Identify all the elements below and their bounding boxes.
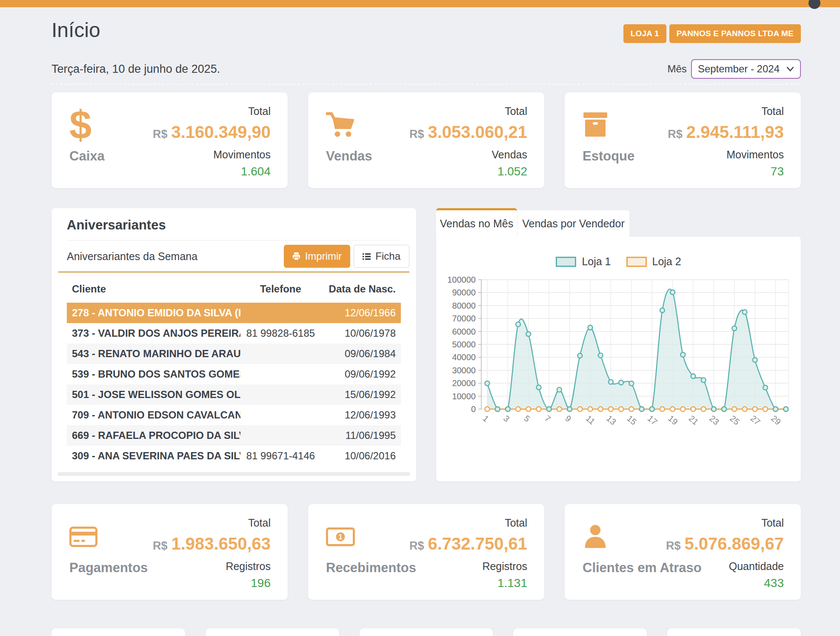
- horizontal-scrollbar[interactable]: [57, 472, 410, 476]
- card-label: Caixa: [69, 149, 105, 164]
- table-row[interactable]: 543 - RENATO MARINHO DE ARAUJO (F...09/0…: [67, 344, 401, 364]
- svg-text:13: 13: [604, 413, 617, 427]
- print-button[interactable]: Imprimir: [284, 245, 351, 268]
- client-birthdate: 09/06/1992: [321, 364, 401, 384]
- tab-vendas-no-mes[interactable]: Vendas no Mês: [436, 208, 517, 237]
- month-select-value: September - 2024: [698, 63, 780, 75]
- currency-prefix: R$: [409, 539, 424, 552]
- dashed-separator: [51, 84, 801, 85]
- count-value: 1.604: [153, 165, 271, 178]
- count-value: 433: [666, 576, 784, 590]
- client-birthdate: 12/06/1966: [321, 303, 401, 323]
- legend-item-loja1[interactable]: Loja 1: [556, 255, 611, 268]
- svg-text:70000: 70000: [452, 314, 476, 323]
- svg-text:11: 11: [584, 413, 597, 426]
- sales-chart-panel: Loja 1 Loja 2 01000020000300004000050000…: [436, 237, 801, 481]
- currency-prefix: R$: [666, 539, 681, 552]
- svg-text:7: 7: [543, 413, 552, 424]
- client-phone: [240, 405, 320, 425]
- count-label: Vendas: [409, 149, 527, 161]
- svg-text:25: 25: [728, 413, 741, 427]
- recebimentos-card: 1 Recebimentos Total R$6.732.750,61 Regi…: [308, 504, 544, 600]
- table-row[interactable]: 669 - RAFAELA PROCOPIO DA SILVA CA...11/…: [67, 425, 401, 446]
- count-value: 73: [668, 165, 784, 178]
- money-bill-icon: 1: [326, 527, 355, 546]
- svg-text:60000: 60000: [452, 327, 476, 336]
- chart-legend: Loja 1 Loja 2: [436, 255, 801, 268]
- pagamentos-card: Pagamentos Total R$1.983.650,63 Registro…: [51, 504, 288, 600]
- company-button[interactable]: PANNOS E PANNOS LTDA ME: [669, 24, 801, 43]
- header-accent-line: [58, 271, 409, 273]
- column-header-cliente: Cliente: [67, 283, 240, 303]
- table-row[interactable]: 373 - VALDIR DOS ANJOS PEREIRA (AN...81 …: [67, 323, 401, 344]
- card-label: Pagamentos: [69, 560, 148, 576]
- card-label: Recebimentos: [326, 560, 416, 576]
- table-row[interactable]: 309 - ANA SEVERINA PAES DA SILVA81 99671…: [67, 446, 401, 466]
- client-birthdate: 11/06/1995: [321, 425, 401, 446]
- card-label: Vendas: [326, 149, 372, 164]
- clientes-card: Clientes: [51, 628, 185, 636]
- currency-prefix: R$: [153, 128, 168, 140]
- usuarios-card: Usuários: [513, 628, 647, 636]
- total-label: Total: [153, 105, 271, 117]
- total-value: 5.076.869,67: [684, 534, 784, 553]
- svg-text:0: 0: [471, 404, 475, 414]
- client-phone: 81 99828-6185: [240, 323, 320, 344]
- store-button[interactable]: LOJA 1: [623, 24, 666, 43]
- count-label: Movimentos: [668, 149, 784, 161]
- svg-text:20000: 20000: [452, 378, 476, 388]
- legend-swatch-loja1: [556, 257, 576, 267]
- birthdays-title: Aniversariantes: [67, 218, 401, 241]
- total-label: Total: [153, 517, 271, 529]
- legend-item-loja2[interactable]: Loja 2: [626, 255, 681, 268]
- svg-text:1: 1: [481, 413, 491, 424]
- help-circle-button[interactable]: [809, 0, 820, 9]
- current-date: Terça-feira, 10 de junho de 2025.: [51, 63, 220, 76]
- total-value: 6.732.750,61: [428, 534, 527, 553]
- svg-text:1: 1: [338, 533, 342, 541]
- client-birthdate: 10/06/1978: [321, 323, 401, 344]
- birthdays-panel: Aniversariantes Aniversariantes da Seman…: [51, 208, 416, 481]
- client-name: 543 - RENATO MARINHO DE ARAUJO (F...: [67, 344, 240, 364]
- birthdays-subtitle: Aniversariantes da Semana: [67, 250, 197, 263]
- client-phone: [240, 384, 320, 405]
- client-name: 539 - BRUNO DOS SANTOS GOMES: [67, 364, 240, 384]
- svg-text:30000: 30000: [452, 366, 476, 375]
- client-phone: [240, 344, 320, 364]
- top-accent-bar: [0, 0, 840, 7]
- svg-text:9: 9: [563, 413, 573, 424]
- currency-prefix: R$: [153, 539, 168, 552]
- svg-text:3: 3: [501, 413, 511, 424]
- client-name: 501 - JOSE WELISSON GOMES OLIVEIR...: [67, 384, 240, 405]
- total-label: Total: [666, 517, 784, 529]
- ficha-button[interactable]: Ficha: [354, 245, 409, 268]
- svg-text:90000: 90000: [452, 288, 476, 297]
- legend-label-loja1: Loja 1: [582, 255, 611, 268]
- client-phone: [240, 425, 320, 446]
- birthdays-table: Cliente Telefone Data de Nasc. 278 - ANT…: [67, 283, 401, 466]
- clientes-em-atraso-card: Clientes em Atraso Total R$5.076.869,67 …: [565, 504, 801, 600]
- count-label: Quantidade: [666, 560, 784, 573]
- svg-text:19: 19: [666, 413, 680, 427]
- svg-text:80000: 80000: [452, 301, 476, 310]
- client-name: 669 - RAFAELA PROCOPIO DA SILVA CA...: [67, 425, 240, 446]
- table-row[interactable]: 501 - JOSE WELISSON GOMES OLIVEIR...15/0…: [67, 384, 401, 405]
- printer-icon: [292, 252, 300, 261]
- table-row[interactable]: 709 - ANTONIO EDSON CAVALCANTE D...12/06…: [67, 405, 401, 425]
- svg-text:21: 21: [687, 413, 700, 427]
- table-row[interactable]: 278 - ANTONIO EMIDIO DA SILVA (PALE...12…: [67, 303, 401, 323]
- total-label: Total: [409, 105, 527, 117]
- currency-prefix: R$: [668, 128, 683, 140]
- ficha-button-label: Ficha: [375, 250, 400, 262]
- client-name: 278 - ANTONIO EMIDIO DA SILVA (PALE...: [67, 303, 240, 323]
- svg-text:17: 17: [646, 413, 659, 427]
- count-label: Registros: [153, 560, 271, 573]
- person-icon: [583, 524, 608, 550]
- client-name: 709 - ANTONIO EDSON CAVALCANTE D...: [67, 405, 240, 425]
- svg-text:10000: 10000: [452, 392, 476, 401]
- table-row[interactable]: 539 - BRUNO DOS SANTOS GOMES09/06/1992: [67, 364, 401, 384]
- print-button-label: Imprimir: [305, 250, 342, 262]
- month-select[interactable]: September - 2024: [691, 59, 801, 79]
- vendedores-card: Vendedores: [667, 628, 801, 636]
- tab-vendas-por-vendedor[interactable]: Vendas por Vendedor: [517, 210, 629, 237]
